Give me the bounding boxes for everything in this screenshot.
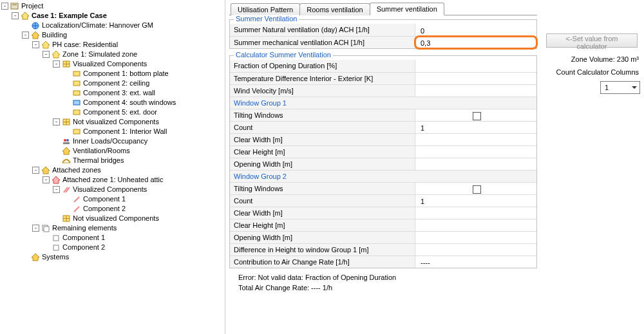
property-value[interactable] <box>415 109 536 121</box>
tree-item[interactable]: Component 1: bottom plate <box>1 69 225 79</box>
property-value[interactable] <box>415 244 536 255</box>
tree-toggle-icon[interactable]: - <box>53 186 60 193</box>
tree-spacer <box>63 99 70 106</box>
set-value-from-calculator-button[interactable]: <-Set value from calculator <box>546 33 638 48</box>
property-value[interactable] <box>415 219 536 231</box>
tree-item[interactable]: Component 3: ext. wall <box>1 88 225 98</box>
tree-item-label: Component 1 <box>83 194 126 204</box>
tree-toggle-icon[interactable]: - <box>43 176 50 183</box>
property-value[interactable] <box>415 232 536 243</box>
checkbox[interactable] <box>473 112 481 120</box>
tree-item[interactable]: -Visualized Components <box>1 185 225 194</box>
property-input[interactable] <box>419 26 534 35</box>
tree-item[interactable]: -Building <box>1 30 225 40</box>
property-input[interactable] <box>419 221 534 230</box>
case-icon <box>21 12 30 20</box>
tree-item[interactable]: Component 2 <box>1 204 225 214</box>
grid-icon <box>62 118 71 126</box>
property-row: Clear Height [m] <box>230 145 536 158</box>
tree-item[interactable]: -Attached zones <box>1 165 225 175</box>
tree-item-label: PH case: Residential <box>52 40 118 50</box>
property-row: Clear Width [m] <box>230 133 536 145</box>
property-input[interactable] <box>419 62 534 71</box>
property-value[interactable] <box>415 60 536 72</box>
tree-item[interactable]: Component 4: south windows <box>1 98 225 107</box>
tree-item[interactable]: Ventilation/Rooms <box>1 146 225 156</box>
tree-item[interactable]: Component 1: Interior Wall <box>1 127 225 136</box>
tree-item[interactable]: Component 2: ceiling <box>1 79 225 88</box>
property-input[interactable] <box>419 258 534 267</box>
property-label: Summer Natural ventilation (day) ACH [1/… <box>230 24 415 36</box>
property-value[interactable] <box>415 85 536 97</box>
property-row: Fraction of Opening Duration [%] <box>230 60 536 72</box>
tree-item[interactable]: Component 1 <box>1 194 225 204</box>
tree-spacer <box>63 80 70 87</box>
tree-toggle-icon[interactable]: - <box>53 118 60 125</box>
property-input[interactable] <box>419 124 534 133</box>
tree-item[interactable]: Not visualized Components <box>1 214 225 223</box>
count-calculator-columns-select[interactable]: 1 <box>600 81 640 94</box>
svg-rect-8 <box>73 71 80 76</box>
svg-point-16 <box>66 139 69 142</box>
property-value[interactable] <box>415 134 536 145</box>
tree-item[interactable]: -Remaining elements <box>1 223 225 233</box>
property-input[interactable] <box>419 246 534 255</box>
tree-toggle-icon[interactable]: - <box>22 32 29 39</box>
tree-item[interactable]: -Attached zone 1: Unheated attic <box>1 175 225 185</box>
property-value[interactable] <box>415 158 536 170</box>
property-label: Contribution to Air Change Rate [1/h] <box>230 256 415 268</box>
tree-toggle-icon[interactable]: - <box>32 167 39 174</box>
tree-item[interactable]: Thermal bridges <box>1 156 225 165</box>
layer-icon <box>52 243 61 252</box>
svg-marker-4 <box>32 32 39 39</box>
property-value[interactable] <box>415 183 536 194</box>
property-input[interactable] <box>419 39 534 48</box>
tree-item[interactable]: -Zone 1: Simulated zone <box>1 50 225 59</box>
property-value[interactable] <box>415 256 536 268</box>
property-value[interactable] <box>415 195 536 207</box>
tab-rooms-ventilation[interactable]: Rooms ventilation <box>299 3 370 15</box>
tree-item[interactable]: Component 5: ext. door <box>1 107 225 117</box>
tree-item-label: Attached zones <box>52 165 101 175</box>
tree-item[interactable]: -Not visualized Components <box>1 117 225 127</box>
property-value[interactable] <box>415 122 536 133</box>
property-value[interactable] <box>415 207 536 219</box>
property-value[interactable] <box>415 146 536 158</box>
tree-spacer <box>53 147 60 154</box>
property-input[interactable] <box>419 136 534 145</box>
tree-item[interactable]: -Visualized Components <box>1 59 225 69</box>
tree-item[interactable]: -Case 1: Example Case <box>1 11 225 21</box>
property-input[interactable] <box>419 87 534 96</box>
property-input[interactable] <box>419 197 534 206</box>
tree-item[interactable]: Localization/Climate: Hannover GM <box>1 21 225 30</box>
svg-marker-6 <box>52 51 60 58</box>
project-tree[interactable]: -Project-Case 1: Example CaseLocalizatio… <box>0 0 225 334</box>
tree-item[interactable]: Component 1 <box>1 233 225 243</box>
property-input[interactable] <box>419 209 534 218</box>
tab-summer-ventilation[interactable]: Summer ventilation <box>370 3 444 15</box>
property-input[interactable] <box>419 75 534 84</box>
globe-icon <box>31 21 40 30</box>
tree-item[interactable]: Systems <box>1 252 225 262</box>
tree-item[interactable]: Inner Loads/Occupancy <box>1 136 225 146</box>
tree-spacer <box>22 22 29 29</box>
tree-item[interactable]: -Project <box>1 1 225 11</box>
tree-item[interactable]: Component 2 <box>1 243 225 252</box>
property-value[interactable] <box>415 73 536 84</box>
tree-toggle-icon[interactable]: - <box>12 12 19 19</box>
tree-toggle-icon[interactable]: - <box>43 51 50 58</box>
section-heading: Window Group 1 <box>230 97 536 109</box>
checkbox[interactable] <box>473 185 481 194</box>
tree-toggle-icon[interactable]: - <box>1 3 8 10</box>
tab-utilisation-pattern[interactable]: Utilisation Pattern <box>231 3 300 15</box>
property-value[interactable] <box>415 37 536 48</box>
property-input[interactable] <box>419 148 534 157</box>
tree-toggle-icon[interactable]: - <box>32 225 39 232</box>
property-value[interactable] <box>415 24 536 36</box>
property-input[interactable] <box>419 234 534 243</box>
tree-toggle-icon[interactable]: - <box>32 41 39 48</box>
property-input[interactable] <box>419 160 534 169</box>
tree-item[interactable]: -PH case: Residential <box>1 40 225 50</box>
tree-toggle-icon[interactable]: - <box>53 60 60 68</box>
calculator-group: Calculator Summer Ventilation Fraction o… <box>229 55 537 268</box>
